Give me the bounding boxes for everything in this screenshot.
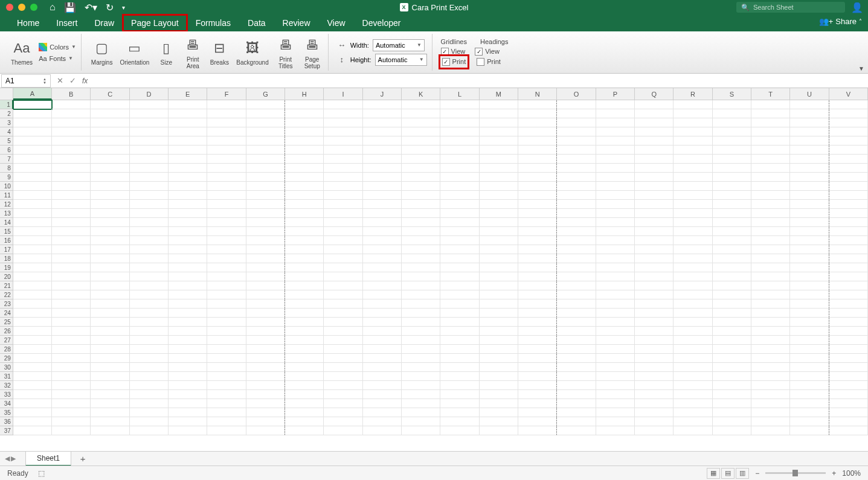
cell[interactable] [207, 299, 246, 309]
cell[interactable] [440, 363, 479, 372]
cell[interactable] [557, 363, 596, 372]
cell[interactable] [440, 218, 479, 227]
cell[interactable] [596, 318, 635, 327]
cell[interactable] [518, 399, 557, 408]
cell[interactable] [324, 390, 362, 399]
cell[interactable] [285, 390, 324, 399]
cell[interactable] [790, 408, 829, 417]
cell[interactable] [557, 164, 596, 173]
cell[interactable] [207, 263, 246, 272]
cell[interactable] [790, 236, 829, 245]
cell[interactable] [402, 191, 440, 200]
cell[interactable] [635, 426, 674, 435]
cell[interactable] [285, 417, 324, 426]
cell[interactable] [557, 227, 596, 236]
cell[interactable] [13, 155, 52, 164]
cell[interactable] [52, 236, 91, 245]
cell[interactable] [790, 100, 829, 109]
cell[interactable] [130, 136, 169, 146]
cell[interactable] [480, 290, 518, 299]
cell[interactable] [518, 100, 557, 109]
cell[interactable] [246, 417, 285, 426]
cell[interactable] [480, 118, 518, 127]
cell[interactable] [790, 209, 829, 218]
cell[interactable] [363, 182, 402, 191]
cell[interactable] [635, 372, 674, 381]
cell[interactable] [363, 272, 402, 281]
cell[interactable] [246, 390, 285, 399]
cell[interactable] [169, 399, 207, 408]
cell[interactable] [130, 127, 169, 136]
cell[interactable] [402, 100, 440, 109]
cell[interactable] [402, 254, 440, 263]
height-dropdown[interactable]: Automatic▼ [375, 54, 427, 66]
cell[interactable] [91, 390, 129, 399]
cell[interactable] [751, 100, 790, 109]
cell[interactable] [169, 381, 207, 390]
cell[interactable] [246, 100, 285, 109]
print-titles-button[interactable]: 🖶Print Titles [275, 34, 297, 71]
cell[interactable] [829, 191, 868, 200]
cell[interactable] [13, 245, 52, 254]
cell[interactable] [790, 309, 829, 318]
cell[interactable] [790, 354, 829, 363]
cell[interactable] [52, 372, 91, 381]
cell[interactable] [285, 109, 324, 118]
column-header[interactable]: I [324, 88, 362, 100]
cell[interactable] [246, 426, 285, 435]
cell[interactable] [91, 254, 129, 263]
cell[interactable] [130, 372, 169, 381]
cell[interactable] [440, 381, 479, 390]
cell[interactable] [596, 381, 635, 390]
cell[interactable] [596, 272, 635, 281]
cell[interactable] [285, 146, 324, 155]
cell[interactable] [635, 155, 674, 164]
cell[interactable] [635, 336, 674, 345]
cell[interactable] [518, 354, 557, 363]
cell[interactable] [713, 155, 751, 164]
cell[interactable] [596, 263, 635, 272]
cell[interactable] [480, 263, 518, 272]
cell[interactable] [285, 118, 324, 127]
cell[interactable] [518, 309, 557, 318]
cell[interactable] [713, 146, 751, 155]
cell[interactable] [557, 155, 596, 164]
cell[interactable] [440, 281, 479, 290]
cell[interactable] [440, 299, 479, 309]
cell[interactable] [285, 309, 324, 318]
orientation-button[interactable]: ▭Orientation [118, 37, 150, 67]
cell[interactable] [790, 127, 829, 136]
cell[interactable] [285, 372, 324, 381]
cell[interactable] [363, 191, 402, 200]
cell[interactable] [207, 136, 246, 146]
cell[interactable] [130, 272, 169, 281]
cell[interactable] [13, 345, 52, 354]
cell[interactable] [324, 200, 362, 209]
cell[interactable] [363, 417, 402, 426]
row-header[interactable]: 14 [0, 218, 13, 227]
cell[interactable] [246, 236, 285, 245]
cell[interactable] [91, 426, 129, 435]
ribbon-options-icon[interactable]: ▼ [858, 65, 864, 72]
cell[interactable] [440, 272, 479, 281]
cell[interactable] [285, 164, 324, 173]
cell[interactable] [751, 399, 790, 408]
cell[interactable] [52, 209, 91, 218]
cell[interactable] [169, 155, 207, 164]
cell[interactable] [751, 336, 790, 345]
cell[interactable] [246, 136, 285, 146]
cell[interactable] [207, 408, 246, 417]
cell[interactable] [363, 290, 402, 299]
cell[interactable] [829, 164, 868, 173]
cell[interactable] [751, 164, 790, 173]
cell[interactable] [402, 381, 440, 390]
cell[interactable] [557, 290, 596, 299]
cell[interactable] [169, 127, 207, 136]
cell[interactable] [169, 118, 207, 127]
cell[interactable] [557, 191, 596, 200]
cell[interactable] [130, 245, 169, 254]
cell[interactable] [440, 290, 479, 299]
cell[interactable] [363, 236, 402, 245]
cell[interactable] [363, 408, 402, 417]
fonts-dropdown[interactable]: AaFonts▼ [39, 54, 76, 63]
